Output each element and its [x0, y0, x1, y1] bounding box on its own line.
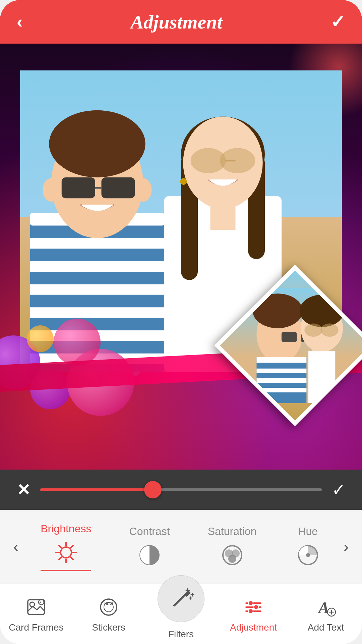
svg-point-60	[30, 602, 35, 607]
adj-prev-button[interactable]: ‹	[10, 538, 22, 555]
confirm-button[interactable]: ✓	[330, 12, 345, 32]
svg-point-42	[321, 324, 338, 336]
svg-line-48	[59, 545, 61, 548]
svg-rect-35	[282, 332, 297, 342]
svg-rect-12	[62, 177, 95, 199]
header: ‹ Adjustment ✓	[0, 0, 362, 44]
contrast-label: Contrast	[129, 525, 170, 538]
brightness-underline	[41, 570, 91, 571]
svg-rect-33	[256, 378, 306, 383]
svg-point-25	[180, 178, 187, 185]
svg-rect-5	[30, 261, 164, 272]
add-text-icon: A	[314, 595, 338, 619]
card-frames-label: Card Frames	[9, 622, 63, 633]
svg-rect-31	[256, 357, 306, 363]
adj-item-brightness[interactable]: Brightness	[41, 523, 91, 571]
phone-container: ‹ Adjustment ✓	[0, 0, 362, 644]
svg-point-15	[43, 178, 60, 202]
slider-fill	[40, 488, 153, 491]
nav-item-card-frames[interactable]: ★ Card Frames	[0, 595, 72, 633]
svg-point-77	[248, 601, 253, 605]
svg-rect-6	[30, 284, 164, 295]
adjustment-icon	[242, 595, 265, 619]
svg-line-66	[174, 594, 186, 605]
hue-label: Hue	[298, 525, 318, 538]
bottom-nav: ★ Card Frames NEW Stickers	[0, 584, 362, 644]
adj-next-button[interactable]: ›	[340, 538, 352, 555]
svg-line-50	[71, 545, 73, 548]
svg-point-56	[228, 555, 236, 563]
brightness-label: Brightness	[41, 523, 91, 535]
filters-icon	[168, 585, 194, 612]
filters-label: Filters	[168, 629, 194, 640]
stickers-label: Stickers	[92, 622, 125, 633]
add-text-label: Add Text	[308, 622, 344, 633]
adjustment-area: ‹ Brightness	[0, 510, 362, 584]
brightness-icon	[53, 539, 79, 566]
hue-icon	[295, 542, 321, 569]
nav-item-add-text[interactable]: A Add Text	[290, 595, 362, 633]
svg-rect-4	[30, 238, 164, 249]
slider-cancel-button[interactable]: ✕	[17, 480, 30, 499]
svg-line-49	[71, 557, 73, 559]
svg-text:★: ★	[39, 601, 42, 604]
slider-track[interactable]	[40, 488, 322, 491]
svg-point-43	[61, 547, 71, 558]
filters-circle-bg	[158, 575, 204, 622]
slider-area: ✕ ✓	[0, 470, 362, 510]
svg-rect-26	[210, 205, 236, 230]
card-frames-icon: ★	[24, 595, 48, 619]
svg-point-41	[305, 324, 322, 336]
slider-confirm-button[interactable]: ✓	[332, 480, 345, 499]
adj-item-saturation[interactable]: Saturation	[208, 525, 257, 569]
stickers-icon: NEW	[97, 595, 120, 619]
page-title: Adjustment	[131, 11, 223, 33]
svg-point-58	[306, 553, 310, 557]
adj-item-hue[interactable]: Hue	[295, 525, 321, 569]
nav-item-filters[interactable]: Filters	[145, 589, 217, 640]
image-area	[0, 44, 362, 470]
saturation-icon	[219, 542, 246, 569]
svg-rect-13	[102, 177, 135, 199]
bokeh-pink-2	[54, 319, 101, 366]
svg-rect-7	[30, 307, 164, 318]
svg-point-78	[254, 605, 258, 609]
adj-item-contrast[interactable]: Contrast	[129, 525, 170, 569]
contrast-icon	[136, 542, 163, 569]
adjustment-items: Brightness	[22, 523, 341, 571]
svg-rect-59	[28, 600, 45, 614]
svg-line-51	[59, 557, 61, 559]
adjustment-label: Adjustment	[230, 622, 277, 633]
svg-point-11	[49, 110, 145, 177]
saturation-label: Saturation	[208, 525, 257, 538]
nav-item-stickers[interactable]: NEW Stickers	[72, 595, 145, 633]
svg-rect-34	[256, 388, 306, 392]
slider-thumb[interactable]	[144, 481, 162, 498]
svg-point-79	[248, 609, 253, 613]
nav-item-adjustment[interactable]: Adjustment	[217, 595, 290, 633]
svg-point-16	[135, 178, 152, 202]
bokeh-orange-1	[27, 325, 54, 352]
back-button[interactable]: ‹	[17, 12, 22, 32]
svg-rect-32	[256, 369, 306, 373]
